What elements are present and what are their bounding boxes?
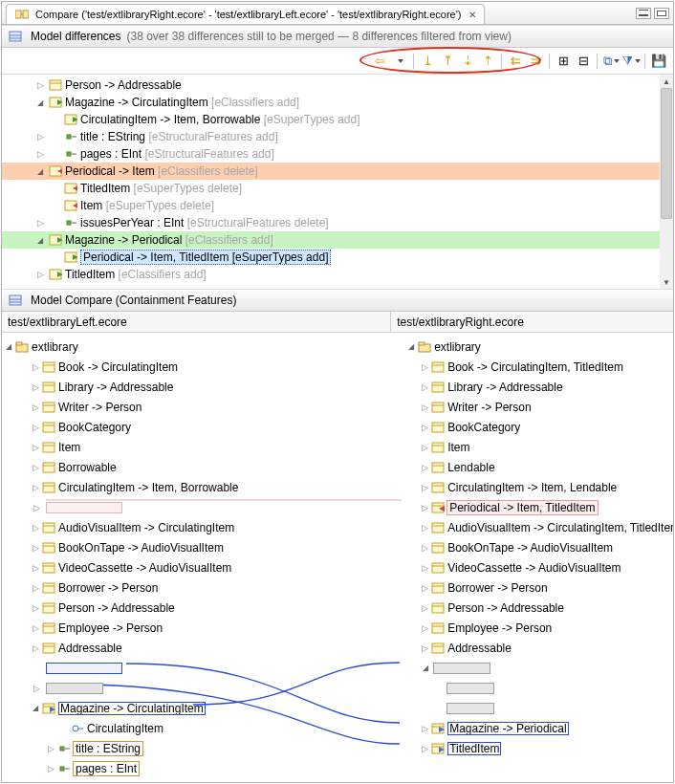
tree-item[interactable]: Item [404, 437, 673, 457]
filter-button[interactable]: ⧩ [622, 53, 640, 70]
expand-icon[interactable] [29, 579, 42, 597]
tree-item[interactable]: Periodical -> Item, TitledItem [404, 497, 673, 517]
expand-icon[interactable] [418, 720, 431, 737]
maximize-button[interactable] [654, 8, 669, 19]
expand-icon[interactable] [418, 660, 433, 677]
copy-right-button[interactable]: ⇉ [527, 53, 544, 70]
tree-row[interactable]: Item [eSuperTypes delete] [2, 197, 673, 214]
tree-row[interactable]: issuesPerYear : EInt [eStructuralFeature… [2, 214, 673, 231]
back-menu[interactable] [391, 53, 408, 70]
expand-icon[interactable] [418, 539, 431, 556]
expand-icon[interactable] [44, 760, 57, 777]
expand-icon[interactable] [33, 266, 48, 283]
scroll-up-icon[interactable]: ▲ [660, 75, 673, 88]
tree-item[interactable]: Book -> CirculatingItem [2, 357, 384, 377]
expand-icon[interactable] [29, 599, 42, 617]
tree-item[interactable]: TitledItem [404, 738, 673, 758]
tree-item[interactable]: CirculatingItem -> Item, Lendable [404, 477, 673, 497]
expand-icon[interactable] [418, 379, 431, 396]
tree-item[interactable]: CirculatingItem -> Item, Borrowable [2, 477, 384, 497]
expand-icon[interactable] [418, 640, 431, 657]
expand-icon[interactable] [418, 359, 431, 376]
tree-scrollbar[interactable]: ▲ ▼ [660, 75, 673, 289]
differences-tree[interactable]: Person -> Addressable Magazine -> Circul… [2, 75, 673, 289]
left-tree[interactable]: extlibrary Book -> CirculatingItemLibrar… [2, 333, 384, 782]
tree-item[interactable]: BookCategory [2, 417, 384, 437]
tree-item[interactable]: AudioVisualItem -> CirculatingItem, Titl… [404, 517, 673, 537]
tree-item[interactable]: title : EString [2, 738, 384, 758]
tree-row[interactable]: pages : EInt [eStructuralFeatures add] [2, 145, 673, 163]
expand-icon[interactable] [33, 94, 48, 111]
next-change-button[interactable]: ⇣ [459, 53, 476, 70]
tree-item[interactable]: Borrower -> Person [2, 577, 384, 598]
tree-item[interactable]: Borrower -> Person [404, 577, 673, 598]
expand-icon[interactable] [29, 439, 42, 456]
prev-change-button[interactable]: ⇡ [479, 53, 496, 70]
expand-icon[interactable] [29, 640, 42, 657]
tree-item[interactable]: Person -> Addressable [2, 598, 384, 618]
tree-item[interactable]: BookCategory [404, 417, 673, 437]
back-button[interactable]: ⇦ [371, 53, 388, 70]
expand-icon[interactable] [33, 163, 48, 180]
group-button[interactable]: ⧉ [602, 53, 620, 70]
tree-row[interactable]: Magazine -> CirculatingItem [eClassifier… [2, 94, 673, 111]
tree-row[interactable]: TitledItem [eSuperTypes delete] [2, 180, 673, 197]
expand-icon[interactable] [29, 539, 42, 556]
expand-icon[interactable] [29, 559, 42, 577]
expand-icon[interactable] [418, 439, 431, 456]
expand-icon[interactable] [29, 479, 42, 496]
expand-icon[interactable] [418, 419, 431, 436]
tree-row[interactable]: Periodical -> Item [eClassifiers delete] [2, 163, 673, 180]
expand-icon[interactable] [29, 700, 42, 717]
tree-root[interactable]: extlibrary [2, 337, 384, 357]
expand-icon[interactable] [29, 359, 42, 376]
tree-item[interactable]: Magazine -> Periodical [404, 718, 673, 738]
expand-icon[interactable] [33, 128, 48, 145]
tree-item[interactable]: Lendable [404, 457, 673, 477]
tree-item[interactable]: Employee -> Person [404, 618, 673, 638]
editor-tab[interactable]: Compare ('test/extlibraryRight.ecore' - … [6, 4, 485, 24]
expand-icon[interactable] [29, 419, 42, 436]
tree-item[interactable]: Item [2, 437, 384, 457]
expand-icon[interactable] [418, 459, 431, 476]
expand-icon[interactable] [418, 740, 431, 757]
expand-icon[interactable] [29, 620, 42, 637]
expand-icon[interactable] [29, 519, 42, 536]
prev-diff-button[interactable]: ⤒ [439, 53, 456, 70]
tree-row[interactable]: title : EString [eStructuralFeatures add… [2, 128, 673, 145]
copy-left-button[interactable]: ⇇ [507, 53, 524, 70]
tree-row[interactable]: TitledItem [eClassifiers add] [2, 266, 673, 283]
tree-item[interactable]: VideoCassette -> AudioVisualItem [2, 557, 384, 577]
tree-row[interactable]: CirculatingItem -> Item, Borrowable [eSu… [2, 111, 673, 128]
tree-item[interactable]: Borrowable [2, 457, 384, 477]
scroll-down-icon[interactable]: ▼ [660, 275, 673, 289]
minimize-button[interactable] [636, 8, 651, 19]
expand-icon[interactable] [29, 399, 42, 416]
tree-item[interactable]: Writer -> Person [404, 397, 673, 417]
tree-item[interactable]: pages : EInt [2, 758, 384, 778]
tree-item[interactable]: CirculatingItem [2, 718, 384, 738]
expand-icon[interactable] [418, 559, 431, 577]
expand-icon[interactable] [29, 459, 42, 476]
tree-item[interactable]: Addressable [404, 638, 673, 658]
tree-item[interactable]: Library -> Addressable [2, 377, 384, 397]
expand-icon[interactable] [418, 599, 431, 617]
collapse-all-button[interactable]: ⊟ [575, 53, 592, 70]
tree-item[interactable]: Book -> CirculatingItem, TitledItem [404, 357, 673, 377]
expand-icon[interactable] [33, 231, 48, 249]
expand-icon[interactable] [404, 338, 418, 356]
expand-icon[interactable] [44, 740, 57, 757]
expand-icon[interactable] [2, 338, 15, 356]
expand-icon[interactable] [29, 379, 42, 396]
expand-icon[interactable] [418, 499, 431, 516]
tree-item[interactable]: Person -> Addressable [404, 598, 673, 618]
tree-item[interactable]: Writer -> Person [2, 397, 384, 417]
expand-all-button[interactable]: ⊞ [555, 53, 572, 70]
tree-item[interactable]: VideoCassette -> AudioVisualItem [404, 557, 673, 577]
expand-icon[interactable] [33, 214, 48, 231]
right-tree[interactable]: extlibrary Book -> CirculatingItem, Titl… [404, 333, 673, 782]
expand-icon[interactable] [418, 519, 431, 536]
expand-icon[interactable] [418, 479, 431, 496]
tree-item[interactable]: Addressable [2, 638, 384, 658]
expand-icon[interactable] [33, 145, 48, 163]
